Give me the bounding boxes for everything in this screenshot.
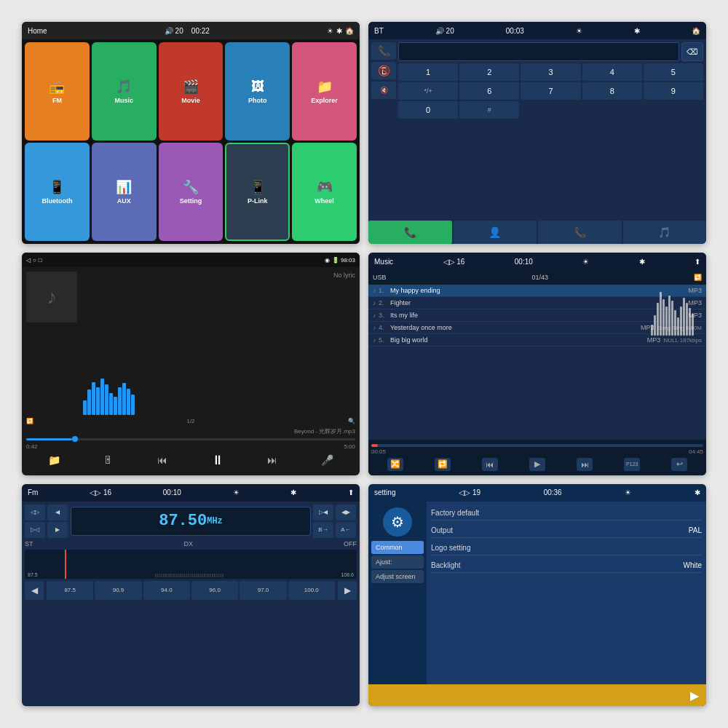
settings-play-btn[interactable]: ▶ <box>690 689 699 703</box>
settings-sidebar: ⚙ Common Ajust: Adjust screen <box>368 502 427 684</box>
call-button[interactable]: 📞 <box>371 42 396 60</box>
num-4[interactable]: 4 <box>582 63 642 81</box>
usb-progress-bar[interactable] <box>371 444 703 447</box>
fm-preset-up-left[interactable]: ◁▷ <box>25 505 45 521</box>
num-hash[interactable]: # <box>459 101 519 119</box>
fm-next-btn[interactable]: ▶ <box>338 581 357 600</box>
fm-preset-2[interactable]: 90.9 <box>95 581 141 600</box>
app-grid: 📻 FM 🎵 Music 🎬 Movie 🖼 Photo 📁 Explorer … <box>22 39 360 244</box>
fm-auto[interactable]: A← <box>336 522 356 538</box>
bt-bottom-bar: 📞 👤 📞 🎵 <box>368 221 706 244</box>
recent-calls-btn[interactable]: 📞 <box>538 221 622 244</box>
progress-times: 0:42 5:00 <box>26 443 355 450</box>
num-6[interactable]: 6 <box>459 82 519 100</box>
usb-play-btn[interactable]: ▶ <box>529 458 545 471</box>
app-explorer[interactable]: 📁 Explorer <box>292 42 357 141</box>
fm-preset-dn-left[interactable]: ▷◁ <box>25 522 45 538</box>
usb-repeat-btn[interactable]: 🔁 <box>435 458 451 471</box>
fm-preset-up-right[interactable]: ◀ <box>47 505 68 521</box>
next-btn[interactable]: ⏭ <box>267 454 277 466</box>
fm-st-label: ST <box>25 540 33 547</box>
app-wheel[interactable]: 🎮 Wheel <box>292 143 357 241</box>
fm-scan-dn[interactable]: ◀▶ <box>336 505 356 521</box>
num-9[interactable]: 9 <box>644 82 703 100</box>
num-8[interactable]: 8 <box>582 82 642 100</box>
music-info: No lyric <box>83 272 355 414</box>
bt-screen: BT 🔊 20 00:03 ☀ ✱ 🏠 📞 📵 🔇 ⌫ <box>368 22 706 244</box>
settings-cat-screen[interactable]: Adjust screen <box>371 570 424 583</box>
settings-backlight-value: White <box>683 561 702 569</box>
settings-cat-adjust[interactable]: Ajust: <box>371 555 424 569</box>
bt-app-icon: 📱 <box>49 179 65 195</box>
fm-preset-5[interactable]: 97.0 <box>240 581 286 600</box>
usb-prev-btn[interactable]: ⏮ <box>482 458 498 471</box>
backspace-button[interactable]: ⌫ <box>681 42 703 61</box>
song-item-5[interactable]: ♪ 5. Big big world MP3 NULL 187kbps <box>368 334 706 347</box>
app-movie[interactable]: 🎬 Movie <box>159 42 223 141</box>
fm-preset-6[interactable]: 100.0 <box>288 581 335 600</box>
num-5[interactable]: 5 <box>644 63 703 81</box>
fm-freq-value: 87.50 <box>159 512 207 530</box>
progress-bar[interactable] <box>26 438 355 440</box>
app-setting-label: Setting <box>180 197 202 205</box>
num-3[interactable]: 3 <box>521 63 580 81</box>
num-0[interactable]: 0 <box>398 101 458 119</box>
settings-sun-icon: ☀ <box>625 488 631 496</box>
app-bluetooth[interactable]: 📱 Bluetooth <box>25 143 90 241</box>
dial-input-row: 📞 📵 🔇 ⌫ 1 2 3 4 5 */+ <box>371 42 703 119</box>
usb-next-btn[interactable]: ⏭ <box>577 458 593 471</box>
app-wheel-label: Wheel <box>314 197 334 205</box>
fm-bt-icon: ✱ <box>290 488 296 496</box>
fm-preset-3[interactable]: 94.0 <box>143 581 190 600</box>
num-star[interactable]: */+ <box>398 82 458 100</box>
app-plink-label: P-Link <box>248 197 268 205</box>
music-icon: 🎵 <box>116 79 132 95</box>
fm-off-label: OFF <box>344 540 357 547</box>
bt-music-btn[interactable]: 🎵 <box>623 221 707 244</box>
settings-cat-common[interactable]: Common <box>371 541 424 554</box>
fm-frequency-display: 87.50 MHz <box>71 507 311 536</box>
app-fm[interactable]: 📻 FM <box>25 42 90 141</box>
fm-prev-btn[interactable]: ◀ <box>25 581 44 600</box>
home-screen: Home 🔊 20 00:22 ☀ ✱ 🏠 📻 FM 🎵 Music <box>22 22 360 244</box>
progress-thumb[interactable] <box>72 436 78 442</box>
hangup-button[interactable]: 📵 <box>371 62 396 79</box>
app-setting[interactable]: 🔧 Setting <box>159 143 223 241</box>
playlist-btn[interactable]: 📁 <box>48 454 60 466</box>
fm-band[interactable]: B→ <box>313 522 333 538</box>
current-time: 0:42 <box>26 443 38 450</box>
bluetooth-icon: ✱ <box>336 27 342 35</box>
contacts-btn[interactable]: 👤 <box>454 221 537 244</box>
app-photo[interactable]: 🖼 Photo <box>225 42 290 141</box>
app-plink[interactable]: 📱 P-Link <box>225 143 290 241</box>
home-title: Home <box>28 27 47 35</box>
song-note-1: ♪ <box>373 288 376 294</box>
prev-btn[interactable]: ⏮ <box>157 454 167 466</box>
song-num-5: 5. <box>379 336 387 344</box>
fm-preset-dn-right[interactable]: ▶ <box>47 522 68 538</box>
play-pause-btn[interactable]: ⏸ <box>211 453 224 468</box>
square-icon: □ <box>39 257 42 264</box>
app-aux-label: AUX <box>117 197 131 205</box>
settings-logo-label: Logo setting <box>431 544 471 552</box>
usb-up-icon: ⬆ <box>695 258 700 266</box>
equalizer-btn[interactable]: 🎚 <box>103 454 114 466</box>
fm-preset-4[interactable]: 96.0 <box>191 581 238 600</box>
dial-call-btn[interactable]: 📞 <box>368 221 452 244</box>
dial-input-field[interactable] <box>398 42 679 61</box>
app-music[interactable]: 🎵 Music <box>92 42 157 141</box>
usb-p123-btn[interactable]: P123 <box>624 458 640 471</box>
lyrics-btn[interactable]: 🎤 <box>321 454 333 466</box>
song-name-2: Fighter <box>390 299 685 306</box>
usb-shuffle-btn[interactable]: 🔀 <box>387 458 403 471</box>
fm-preset-1[interactable]: 87.5 <box>47 581 93 600</box>
fm-row2: ST DX OFF <box>25 540 357 547</box>
num-7[interactable]: 7 <box>521 82 580 100</box>
mute-button[interactable]: 🔇 <box>371 82 396 99</box>
fm-scan-up[interactable]: ▷◀ <box>313 505 333 521</box>
num-1[interactable]: 1 <box>398 63 458 81</box>
app-aux[interactable]: 📊 AUX <box>92 143 157 241</box>
search-icon: 🔍 <box>348 418 355 424</box>
num-2[interactable]: 2 <box>459 63 519 81</box>
usb-loop-btn[interactable]: ↩ <box>671 458 687 471</box>
